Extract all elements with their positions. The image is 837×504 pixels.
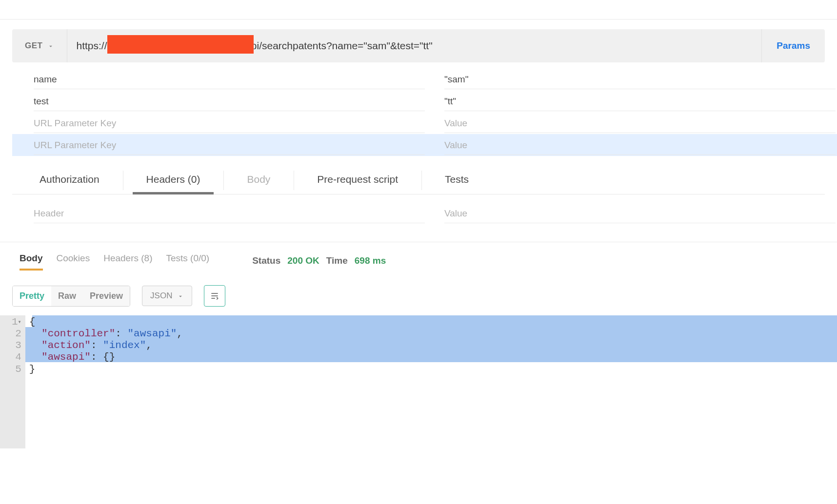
time-label: Time (326, 255, 348, 266)
resp-tab-body[interactable]: Body (20, 253, 43, 269)
url-redaction (107, 35, 254, 54)
http-method-label: GET (25, 41, 42, 51)
param-row-empty[interactable]: URL Parameter Key Value (34, 112, 816, 134)
code-line: } (29, 364, 837, 375)
param-value-placeholder[interactable]: Value (444, 135, 836, 155)
param-row-empty[interactable]: URL Parameter Key Value (12, 134, 837, 156)
url-input[interactable]: https:// st-1.amazonaws.com/conceptapi/s… (67, 29, 761, 62)
status-value: 200 OK (287, 255, 319, 266)
tab-headers[interactable]: Headers (0) (123, 167, 224, 194)
chevron-down-icon (47, 42, 54, 49)
request-tabs: Authorization Headers (0) Body Pre-reque… (12, 167, 825, 194)
code-line: { (29, 316, 837, 328)
params-button[interactable]: Params (761, 29, 825, 62)
line-number: 4 (12, 351, 21, 363)
tab-tests[interactable]: Tests (421, 167, 492, 194)
header-value-placeholder[interactable]: Value (444, 204, 836, 223)
param-row[interactable]: name "sam" (34, 68, 816, 90)
chevron-down-icon (177, 292, 184, 299)
param-value-placeholder[interactable]: Value (444, 113, 836, 133)
wrap-icon (210, 291, 219, 301)
tab-authorization[interactable]: Authorization (16, 167, 123, 194)
view-mode-tabs: Pretty Raw Preview (12, 286, 130, 307)
wrap-lines-button[interactable] (204, 285, 225, 307)
code-area[interactable]: { "controller": "awsapi", "action": "ind… (25, 315, 837, 448)
view-mode-preview[interactable]: Preview (83, 286, 130, 306)
code-line: "action": "index", (29, 340, 837, 351)
header-row-empty[interactable]: Header Value (12, 194, 825, 223)
resp-tab-headers[interactable]: Headers (8) (103, 253, 152, 269)
param-value[interactable]: "tt" (444, 91, 836, 111)
url-params-table: name "sam" test "tt" URL Parameter Key V… (12, 68, 825, 156)
status-label: Status (252, 255, 280, 266)
param-key[interactable]: test (34, 91, 425, 111)
response-status: Status 200 OK Time 698 ms (252, 255, 386, 266)
view-mode-pretty[interactable]: Pretty (13, 286, 51, 306)
top-divider (0, 0, 837, 19)
code-line: "controller": "awsapi", (29, 328, 837, 340)
line-number: 3 (12, 340, 21, 351)
time-value: 698 ms (355, 255, 386, 266)
line-number: 1 (12, 316, 21, 328)
tab-prerequest[interactable]: Pre-request script (294, 167, 421, 194)
format-select[interactable]: JSON (142, 286, 192, 306)
response-body-editor[interactable]: 1 2 3 4 5 { "controller": "awsapi", "act… (0, 315, 837, 448)
response-header-row: Body Cookies Headers (8) Tests (0/0) Sta… (0, 242, 837, 269)
tab-body[interactable]: Body (223, 167, 294, 194)
resp-tab-cookies[interactable]: Cookies (57, 253, 90, 269)
http-method-select[interactable]: GET (12, 29, 67, 62)
param-key-placeholder[interactable]: URL Parameter Key (34, 135, 425, 155)
header-key-placeholder[interactable]: Header (34, 204, 425, 223)
param-row[interactable]: test "tt" (34, 90, 816, 112)
response-format-controls: Pretty Raw Preview JSON (0, 269, 837, 307)
format-select-label: JSON (150, 291, 172, 301)
resp-tab-tests[interactable]: Tests (0/0) (166, 253, 209, 269)
param-key-placeholder[interactable]: URL Parameter Key (34, 113, 425, 133)
response-tabs: Body Cookies Headers (8) Tests (0/0) (20, 253, 209, 269)
line-number: 5 (12, 364, 21, 375)
request-url-bar: GET https:// st-1.amazonaws.com/concepta… (12, 29, 825, 62)
param-key[interactable]: name (34, 69, 425, 89)
param-value[interactable]: "sam" (444, 69, 836, 89)
line-gutter: 1 2 3 4 5 (0, 315, 25, 448)
view-mode-raw[interactable]: Raw (51, 286, 83, 306)
line-number: 2 (12, 328, 21, 340)
code-line: "awsapi": {} (29, 351, 837, 363)
